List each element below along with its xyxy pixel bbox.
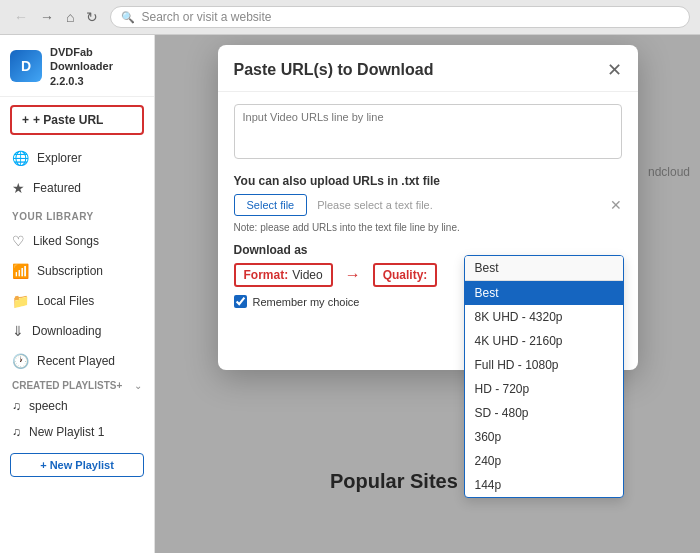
arrow-right-icon: → [345,266,361,284]
quality-option-hd[interactable]: HD - 720p [465,377,623,401]
quality-option-4k[interactable]: 4K UHD - 2160p [465,329,623,353]
sidebar: D DVDFab Downloader 2.2.0.3 + + Paste UR… [0,35,155,553]
music-icon: ♫ [12,399,21,413]
chevron-down-icon: ⌄ [134,380,142,391]
sidebar-item-explorer[interactable]: 🌐 Explorer [0,143,154,173]
app-header: D DVDFab Downloader 2.2.0.3 [0,35,154,97]
quality-option-240[interactable]: 240p [465,449,623,473]
format-box: Format: Video [234,263,333,287]
format-label: Format: [244,268,289,282]
dialog-title: Paste URL(s) to Download [234,61,434,79]
refresh-button[interactable]: ↻ [82,7,102,27]
address-bar[interactable]: 🔍 Search or visit a website [110,6,690,28]
quality-option-144[interactable]: 144p [465,473,623,497]
clock-icon: 🕐 [12,353,29,369]
quality-dropdown-header: Best [465,256,623,281]
content-area: Popular Sites ndcloud Paste URL(s) to Do… [155,35,700,553]
quality-option-8k[interactable]: 8K UHD - 4320p [465,305,623,329]
sidebar-item-subscription[interactable]: 📶 Subscription [0,256,154,286]
paste-url-icon: + [22,113,29,127]
your-library-section: YOUR LIBRARY [0,203,154,226]
format-value: Video [292,268,322,282]
dialog-close-button[interactable]: ✕ [607,59,622,81]
upload-label: You can also upload URLs in .txt file [234,174,622,188]
nav-buttons: ← → ⌂ ↻ [10,7,102,27]
upload-section: You can also upload URLs in .txt file Se… [234,174,622,216]
heart-icon: ♡ [12,233,25,249]
sidebar-item-downloading[interactable]: ⇓ Downloading [0,316,154,346]
globe-icon: 🌐 [12,150,29,166]
back-button[interactable]: ← [10,7,32,27]
sidebar-item-recent-played[interactable]: 🕐 Recent Played [0,346,154,376]
sidebar-item-new-playlist-1[interactable]: ♫ New Playlist 1 [0,419,154,445]
rss-icon: 📶 [12,263,29,279]
sidebar-item-speech[interactable]: ♫ speech [0,393,154,419]
sidebar-item-liked-songs[interactable]: ♡ Liked Songs [0,226,154,256]
upload-row: Select file Please select a text file. ✕ [234,194,622,216]
star-icon: ★ [12,180,25,196]
select-file-button[interactable]: Select file [234,194,308,216]
note-text: Note: please add URLs into the text file… [234,222,622,233]
new-playlist-button[interactable]: + New Playlist [10,453,144,477]
quality-label: Quality: [383,268,428,282]
app-icon: D [10,50,42,82]
sidebar-item-featured[interactable]: ★ Featured [0,173,154,203]
dialog-overlay: Paste URL(s) to Download ✕ You can also … [155,35,700,553]
music-icon-2: ♫ [12,425,21,439]
quality-option-best-selected[interactable]: Best [465,281,623,305]
sidebar-item-local-files[interactable]: 📁 Local Files [0,286,154,316]
download-as-row: Format: Video → Quality: Best Best [234,263,622,287]
remember-label: Remember my choice [253,296,360,308]
forward-button[interactable]: → [36,7,58,27]
folder-icon: 📁 [12,293,29,309]
main-area: D DVDFab Downloader 2.2.0.3 + + Paste UR… [0,35,700,553]
dialog: Paste URL(s) to Download ✕ You can also … [218,45,638,370]
address-text: Search or visit a website [141,10,271,24]
remember-checkbox[interactable] [234,295,247,308]
created-playlists-section: CREATED PLAYLISTS+ ⌄ [0,376,154,393]
search-icon: 🔍 [121,11,135,24]
quality-dropdown: Best Best 8K UHD - 4320p 4K UHD - 2160p … [464,255,624,498]
browser-bar: ← → ⌂ ↻ 🔍 Search or visit a website [0,0,700,35]
file-placeholder: Please select a text file. [317,199,599,211]
file-clear-button[interactable]: ✕ [610,197,622,213]
url-input[interactable] [234,104,622,159]
paste-url-button[interactable]: + + Paste URL [10,105,144,135]
download-icon: ⇓ [12,323,24,339]
download-as-section: Download as Format: Video → Quality: [234,243,622,308]
quality-box: Quality: [373,263,438,287]
quality-option-fullhd[interactable]: Full HD - 1080p [465,353,623,377]
app-name: DVDFab Downloader 2.2.0.3 [50,45,144,88]
dialog-title-bar: Paste URL(s) to Download ✕ [218,45,638,92]
dialog-body: You can also upload URLs in .txt file Se… [218,92,638,320]
quality-option-sd[interactable]: SD - 480p [465,401,623,425]
quality-option-360[interactable]: 360p [465,425,623,449]
home-button[interactable]: ⌂ [62,7,78,27]
